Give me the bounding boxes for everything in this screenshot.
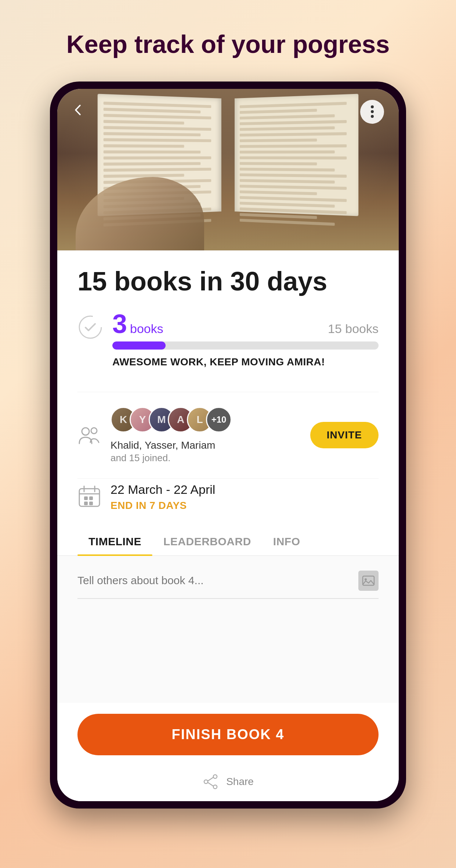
phone-frame: 15 books in 30 days 3 books — [50, 82, 406, 809]
progress-section: 3 books 15 books AWESOME WORK, KEEP MOVI… — [77, 311, 379, 368]
dot-3 — [371, 115, 374, 118]
svg-point-1 — [82, 428, 89, 435]
more-options-button[interactable] — [360, 100, 384, 124]
svg-rect-8 — [89, 496, 93, 500]
svg-rect-11 — [363, 576, 374, 585]
share-label: Share — [226, 776, 254, 788]
book-image — [57, 89, 399, 250]
svg-point-14 — [204, 780, 208, 784]
date-range: 22 March - 22 April — [111, 482, 379, 497]
page-title: Keep track of your pogress — [44, 29, 412, 59]
participants-joined: and 15 joined. — [111, 452, 301, 464]
people-icon — [77, 423, 101, 447]
books-label: books — [130, 322, 163, 336]
svg-point-15 — [213, 785, 217, 789]
phone-screen: 15 books in 30 days 3 books — [57, 89, 399, 801]
progress-message: AWESOME WORK, KEEP MOVING AMIRA! — [112, 356, 379, 368]
books-count-row: 3 books 15 books — [112, 311, 379, 337]
timeline-input[interactable] — [77, 574, 351, 587]
participants-names: Khalid, Yasser, Mariam — [111, 438, 301, 452]
svg-line-16 — [208, 777, 213, 781]
svg-point-12 — [365, 578, 367, 581]
back-button[interactable] — [68, 100, 88, 120]
svg-rect-7 — [84, 496, 88, 500]
svg-point-0 — [79, 316, 101, 338]
current-books: 3 books — [112, 311, 163, 337]
svg-rect-9 — [84, 502, 88, 505]
date-section: 22 March - 22 April END IN 7 DAYS — [57, 479, 399, 526]
total-books: 15 books — [328, 322, 379, 336]
svg-line-17 — [208, 782, 213, 786]
svg-point-13 — [213, 775, 217, 778]
invite-button[interactable]: INVITE — [310, 422, 379, 448]
participants-section: K Y M A L +10 — [57, 392, 399, 478]
tab-info[interactable]: INFO — [262, 526, 311, 555]
svg-rect-10 — [89, 502, 93, 505]
participants-info: K Y M A L +10 — [111, 407, 301, 464]
share-icon — [202, 774, 219, 790]
progress-bar-fill — [112, 341, 166, 350]
content-area: 15 books in 30 days 3 books — [57, 250, 399, 801]
progress-bar-container — [112, 341, 379, 350]
dot-1 — [371, 105, 374, 108]
books-number: 3 — [112, 311, 127, 337]
end-in-label: END IN 7 DAYS — [111, 500, 379, 511]
avatars-row: K Y M A L +10 — [111, 407, 301, 433]
date-info: 22 March - 22 April END IN 7 DAYS — [111, 482, 379, 511]
svg-point-2 — [91, 428, 97, 434]
tab-timeline[interactable]: TIMELINE — [77, 526, 152, 555]
timeline-section — [57, 556, 399, 703]
extra-count: +10 — [206, 407, 232, 433]
tab-leaderboard[interactable]: LEADERBOARD — [152, 526, 262, 555]
timeline-input-row — [77, 571, 379, 599]
tabs-container: TIMELINE LEADERBOARD INFO — [57, 526, 399, 556]
progress-content: 3 books 15 books AWESOME WORK, KEEP MOVI… — [112, 311, 379, 368]
progress-check-icon — [77, 314, 103, 340]
share-row: Share — [57, 766, 399, 801]
challenge-title: 15 books in 30 days — [77, 267, 379, 296]
finish-book-button[interactable]: FINISH BOOK 4 — [77, 714, 379, 755]
dot-2 — [371, 110, 374, 113]
calendar-icon — [77, 484, 101, 508]
image-upload-icon[interactable] — [358, 571, 379, 591]
